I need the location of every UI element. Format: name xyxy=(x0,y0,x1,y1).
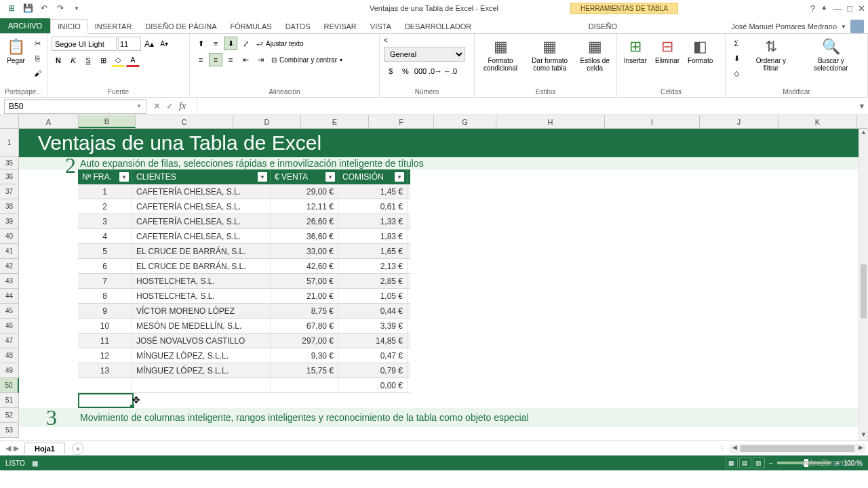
table-cell[interactable]: 6 xyxy=(78,259,132,273)
align-center-icon[interactable]: ≡ xyxy=(209,53,222,66)
row-header-42[interactable]: 42 xyxy=(0,259,19,274)
table-cell[interactable]: 11 xyxy=(78,333,132,348)
wrap-text-button[interactable]: ⮐Ajustar texto xyxy=(254,39,307,48)
find-select-button[interactable]: 🔍Buscar y seleccionar xyxy=(799,37,863,73)
table-cell[interactable]: 3,39 € xyxy=(338,319,408,333)
zoom-slider[interactable] xyxy=(777,462,831,464)
table-cell[interactable]: 12,11 € xyxy=(271,199,338,214)
table-row[interactable]: 0,00 € xyxy=(78,378,410,393)
table-cell[interactable]: 5 xyxy=(78,244,132,258)
zoom-level[interactable]: 100 % xyxy=(844,460,863,467)
table-cell[interactable]: 0,61 € xyxy=(338,199,408,214)
column-header-E[interactable]: E xyxy=(301,115,369,128)
tab-design[interactable]: DISEÑO xyxy=(582,20,624,33)
row-header-43[interactable]: 43 xyxy=(0,274,19,289)
column-header-A[interactable]: A xyxy=(19,115,79,128)
fill-icon[interactable]: ⬇ xyxy=(730,52,743,65)
table-cell[interactable]: 0,44 € xyxy=(338,304,408,318)
tab-home[interactable]: INICIO xyxy=(50,19,88,34)
scroll-left-icon[interactable]: ◀ xyxy=(730,444,739,453)
table-cell[interactable]: 9 xyxy=(78,304,132,318)
autosum-icon[interactable]: Σ xyxy=(730,37,743,50)
format-painter-icon[interactable]: 🖌 xyxy=(31,66,44,80)
sheet-prev-icon[interactable]: ◀ xyxy=(5,444,11,453)
table-cell[interactable]: 1,65 € xyxy=(338,244,408,258)
decrease-indent-icon[interactable]: ⇤ xyxy=(239,53,252,66)
number-format-select[interactable]: General xyxy=(384,47,465,62)
table-cell[interactable]: 1,05 € xyxy=(338,289,408,303)
font-size-input[interactable] xyxy=(118,37,141,51)
copy-icon[interactable]: ⎘ xyxy=(31,52,44,65)
table-cell[interactable]: 21,00 € xyxy=(271,289,338,303)
spreadsheet-grid[interactable]: 135363738394041424344454647484950515253 … xyxy=(0,129,868,441)
conditional-format-button[interactable]: ▦Formato condicional xyxy=(479,37,522,73)
hscroll-thumb[interactable] xyxy=(741,445,854,452)
row-header-52[interactable]: 52 xyxy=(0,408,19,423)
align-left-icon[interactable]: ≡ xyxy=(194,53,208,66)
tab-data[interactable]: DATOS xyxy=(279,20,317,33)
table-cell[interactable]: CAFETERÍA CHELSEA, S.L. xyxy=(132,214,271,228)
column-header-J[interactable]: J xyxy=(700,115,778,128)
align-top-icon[interactable]: ⬆ xyxy=(194,37,208,50)
table-header-3[interactable]: COMISIÓN▼ xyxy=(338,169,408,184)
fill-color-icon[interactable]: ◇ xyxy=(111,54,125,67)
column-header-F[interactable]: F xyxy=(369,115,434,128)
scroll-up-icon[interactable]: ▲ xyxy=(859,129,868,138)
table-cell[interactable]: 14,85 € xyxy=(338,333,408,348)
table-cell[interactable]: 67,80 € xyxy=(271,319,338,333)
table-cell[interactable]: 7 xyxy=(78,274,132,288)
table-cell[interactable]: 8 xyxy=(78,289,132,303)
table-cell[interactable]: MÍNGUEZ LÓPEZ, S.L.L. xyxy=(132,348,271,363)
filter-dropdown-icon[interactable]: ▼ xyxy=(326,172,335,182)
row-header-36[interactable]: 36 xyxy=(0,169,19,184)
vertical-scrollbar[interactable]: ▲ ▼ xyxy=(859,129,868,441)
align-bottom-icon[interactable]: ⬇ xyxy=(224,37,237,50)
table-cell[interactable]: 36,60 € xyxy=(271,229,338,243)
row-header-47[interactable]: 47 xyxy=(0,333,19,348)
table-cell[interactable]: HOSTELCHETA, S.L. xyxy=(132,274,271,288)
macro-record-icon[interactable]: ▦ xyxy=(32,460,38,467)
table-cell[interactable]: 1,45 € xyxy=(338,184,408,199)
tab-review[interactable]: REVISAR xyxy=(317,20,363,33)
row-header-53[interactable]: 53 xyxy=(0,423,19,438)
table-cell[interactable]: 4 xyxy=(78,229,132,243)
horizontal-scrollbar[interactable]: ◀ ▶ xyxy=(730,444,865,453)
sort-filter-button[interactable]: ⇅Ordenar y filtrar xyxy=(746,37,796,73)
table-row[interactable]: 13MÍNGUEZ LÓPEZ, S.L.L.15,75 €0,79 € xyxy=(78,363,410,378)
font-color-icon[interactable]: A xyxy=(126,54,140,67)
table-cell[interactable]: 10 xyxy=(78,319,132,333)
table-cell[interactable] xyxy=(78,378,132,392)
table-cell[interactable]: MESÓN DE MEDELLÍN, S.L. xyxy=(132,319,271,333)
table-cell[interactable] xyxy=(132,378,271,392)
row-header-35[interactable]: 35 xyxy=(0,157,19,169)
undo-icon[interactable]: ↶ xyxy=(38,2,50,14)
table-header-0[interactable]: Nº FRA.▼ xyxy=(78,169,132,184)
table-row[interactable]: 10MESÓN DE MEDELLÍN, S.L.67,80 €3,39 € xyxy=(78,319,410,333)
cancel-icon[interactable]: ✕ xyxy=(153,101,161,112)
table-cell[interactable]: 297,00 € xyxy=(271,333,338,348)
filter-dropdown-icon[interactable]: ▼ xyxy=(119,172,129,182)
table-cell[interactable]: CAFETERÍA CHELSEA, S.L. xyxy=(132,199,271,214)
currency-icon[interactable]: $ xyxy=(384,64,397,78)
sheet-splitter[interactable]: ⋮ xyxy=(719,445,726,452)
qat-dropdown-icon[interactable]: ▼ xyxy=(71,2,83,14)
row-header-44[interactable]: 44 xyxy=(0,289,19,304)
table-row[interactable]: 2CAFETERÍA CHELSEA, S.L.12,11 €0,61 € xyxy=(78,199,410,214)
format-table-button[interactable]: ▦Dar formato como tabla xyxy=(525,37,574,73)
table-row[interactable]: 3CAFETERÍA CHELSEA, S.L.26,60 €1,33 € xyxy=(78,214,410,229)
zoom-out-icon[interactable]: − xyxy=(769,460,773,467)
scroll-thumb[interactable] xyxy=(861,264,867,319)
table-row[interactable]: 12MÍNGUEZ LÓPEZ, S.L.L.9,30 €0,47 € xyxy=(78,348,410,363)
row-header-39[interactable]: 39 xyxy=(0,214,19,229)
scroll-down-icon[interactable]: ▼ xyxy=(859,431,868,441)
table-cell[interactable]: 42,60 € xyxy=(271,259,338,273)
table-cell[interactable]: CAFETERÍA CHELSEA, S.L. xyxy=(132,229,271,243)
increase-decimal-icon[interactable]: .0→ xyxy=(429,64,442,78)
align-right-icon[interactable]: ≡ xyxy=(224,53,237,66)
thousands-icon[interactable]: 000 xyxy=(414,64,427,78)
clear-icon[interactable]: ◇ xyxy=(730,66,743,80)
row-header-48[interactable]: 48 xyxy=(0,348,19,363)
align-middle-icon[interactable]: ≡ xyxy=(209,37,222,50)
column-header-K[interactable]: K xyxy=(778,115,857,128)
format-cells-button[interactable]: ◧Formato xyxy=(685,37,715,66)
